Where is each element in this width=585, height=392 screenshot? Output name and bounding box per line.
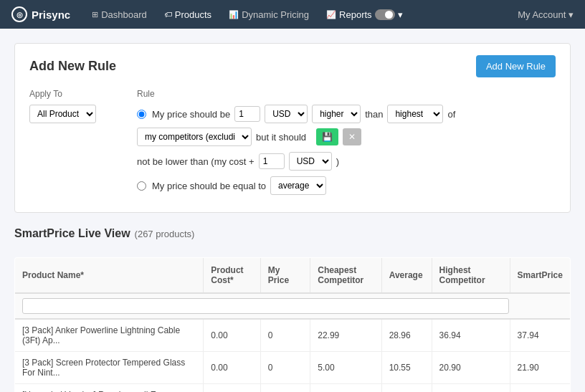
cell-highest: 36.94 bbox=[432, 319, 510, 352]
rule-currency-select[interactable]: USD bbox=[265, 105, 308, 123]
main-content: Add New Rule Add New Rule Apply To All P… bbox=[0, 29, 585, 392]
my-account-label[interactable]: My Account ▾ bbox=[518, 9, 574, 20]
cell-product-name: [Upgraded Version] Runningsnail Emergenc… bbox=[15, 384, 204, 393]
live-view-section: SmartPrice Live View (267 products) Prod… bbox=[14, 227, 571, 392]
rule-cost-currency-select[interactable]: USD bbox=[289, 152, 332, 171]
rule-amount-input[interactable] bbox=[234, 106, 260, 122]
rule-row3-label: My price should be equal to bbox=[152, 181, 266, 191]
rule-radio-1[interactable] bbox=[137, 110, 146, 119]
add-new-rule-button[interactable]: Add New Rule bbox=[476, 55, 556, 77]
cell-my-price: 19.90 bbox=[260, 384, 310, 393]
navbar: ◎ Prisync ⊞ Dashboard 🏷 Products 📊 Dynam… bbox=[0, 0, 585, 29]
col-average: Average bbox=[381, 258, 432, 294]
col-product-cost: Product Cost* bbox=[204, 258, 260, 294]
nav-right: My Account ▾ bbox=[518, 9, 574, 20]
table-header: Product Name* Product Cost* My Price Che… bbox=[15, 258, 571, 320]
live-view-count: (267 products) bbox=[135, 229, 195, 239]
cell-product-cost: 0.00 bbox=[204, 384, 260, 393]
cancel-rule-button[interactable]: ✕ bbox=[343, 128, 361, 145]
dashboard-icon: ⊞ bbox=[92, 10, 98, 19]
brand-logo[interactable]: ◎ Prisync bbox=[11, 6, 70, 22]
reports-icon: 📈 bbox=[326, 10, 336, 19]
cell-product-name: [3 Pack] Screen Protector Tempered Glass… bbox=[15, 352, 204, 384]
rule-col: Rule My price should be USD higher lower… bbox=[137, 89, 556, 201]
live-view-title: SmartPrice Live View bbox=[14, 227, 130, 240]
rule-section-title: Add New Rule bbox=[29, 59, 116, 74]
cell-cheapest: 22.99 bbox=[310, 319, 381, 352]
brand-name: Prisync bbox=[32, 9, 70, 21]
cell-average: 28.96 bbox=[381, 319, 432, 352]
apply-to-col: Apply To All Product bbox=[29, 89, 123, 201]
rule-row1-text1: My price should be bbox=[152, 109, 230, 120]
rule-not-lower-label: not be lower than (my cost + bbox=[137, 156, 255, 167]
rule-but-label: but it should bbox=[256, 132, 306, 143]
dynamic-pricing-icon: 📊 bbox=[229, 10, 239, 19]
col-smartprice: SmartPrice bbox=[510, 258, 570, 294]
rule-radio-2[interactable] bbox=[137, 181, 146, 191]
nav-dashboard-label: Dashboard bbox=[101, 9, 147, 20]
nav-items: ⊞ Dashboard 🏷 Products 📊 Dynamic Pricing… bbox=[85, 6, 518, 23]
cell-highest: 20.90 bbox=[432, 352, 510, 384]
logo-icon: ◎ bbox=[11, 6, 27, 22]
rule-than-label: than bbox=[365, 109, 383, 120]
rule-competitor-select[interactable]: my competitors (excluding m bbox=[137, 128, 252, 146]
table-body: [3 Pack] Anker Powerline Lightning Cable… bbox=[15, 319, 571, 392]
nav-dynamic-pricing-label: Dynamic Pricing bbox=[242, 9, 309, 20]
rule-cost-amount-input[interactable] bbox=[259, 153, 285, 169]
rule-section: Add New Rule Add New Rule Apply To All P… bbox=[14, 43, 571, 213]
nav-products-label: Products bbox=[175, 9, 211, 20]
cell-average: 25.61 bbox=[381, 384, 432, 393]
cell-highest: 25.95 bbox=[432, 384, 510, 393]
cell-product-cost: 0.00 bbox=[204, 352, 260, 384]
cell-cheapest: 5.00 bbox=[310, 352, 381, 384]
col-cheapest-competitor: Cheapest Competitor bbox=[310, 258, 381, 294]
col-highest-competitor: Highest Competitor bbox=[432, 258, 510, 294]
nav-dashboard[interactable]: ⊞ Dashboard bbox=[85, 6, 154, 23]
table-row: [3 Pack] Anker Powerline Lightning Cable… bbox=[15, 319, 571, 352]
rule-form: Apply To All Product Rule My price shoul… bbox=[29, 89, 556, 201]
rule-rank-select[interactable]: highest lowest average bbox=[387, 105, 443, 123]
rule-label: Rule bbox=[137, 89, 556, 99]
save-rule-button[interactable]: 💾 bbox=[316, 128, 338, 145]
cell-product-cost: 0.00 bbox=[204, 319, 260, 352]
rule-of-label: of bbox=[447, 109, 455, 120]
apply-to-select[interactable]: All Product bbox=[29, 105, 96, 123]
col-product-name: Product Name* bbox=[15, 258, 204, 294]
col-my-price: My Price bbox=[260, 258, 310, 294]
product-search-input[interactable] bbox=[22, 298, 509, 314]
cell-average: 10.55 bbox=[381, 352, 432, 384]
apply-to-label: Apply To bbox=[29, 89, 123, 99]
cell-product-name: [3 Pack] Anker Powerline Lightning Cable… bbox=[15, 319, 204, 352]
search-cell bbox=[15, 293, 571, 319]
rule-comparison-select[interactable]: higher lower bbox=[312, 105, 361, 123]
rule-actions: 💾 ✕ bbox=[316, 128, 361, 145]
nav-reports[interactable]: 📈 Reports ▾ bbox=[319, 6, 410, 23]
cell-my-price: 0 bbox=[260, 319, 310, 352]
reports-toggle[interactable] bbox=[375, 9, 395, 20]
nav-products[interactable]: 🏷 Products bbox=[157, 6, 219, 23]
cell-smart: 37.94 bbox=[510, 319, 570, 352]
nav-reports-label: Reports bbox=[339, 9, 372, 20]
nav-dynamic-pricing[interactable]: 📊 Dynamic Pricing bbox=[222, 6, 316, 23]
rule-equal-to-select[interactable]: average highest lowest bbox=[270, 176, 326, 195]
cell-smart: 26.95 bbox=[510, 384, 570, 393]
rule-header: Add New Rule Add New Rule bbox=[29, 55, 556, 77]
reports-toggle-chevron: ▾ bbox=[398, 9, 403, 20]
rule-row-2: not be lower than (my cost + USD ) bbox=[137, 152, 556, 171]
rule-row-3: My price should be equal to average high… bbox=[137, 176, 556, 195]
table-row: [3 Pack] Screen Protector Tempered Glass… bbox=[15, 352, 571, 384]
table-row: [Upgraded Version] Runningsnail Emergenc… bbox=[15, 384, 571, 393]
rule-row-1: My price should be USD higher lower than… bbox=[137, 105, 556, 146]
products-icon: 🏷 bbox=[164, 10, 172, 19]
cell-cheapest: 25.40 bbox=[310, 384, 381, 393]
cell-my-price: 0 bbox=[260, 352, 310, 384]
cell-smart: 21.90 bbox=[510, 352, 570, 384]
rule-close-paren: ) bbox=[336, 156, 339, 167]
products-table: Product Name* Product Cost* My Price Che… bbox=[14, 257, 571, 392]
